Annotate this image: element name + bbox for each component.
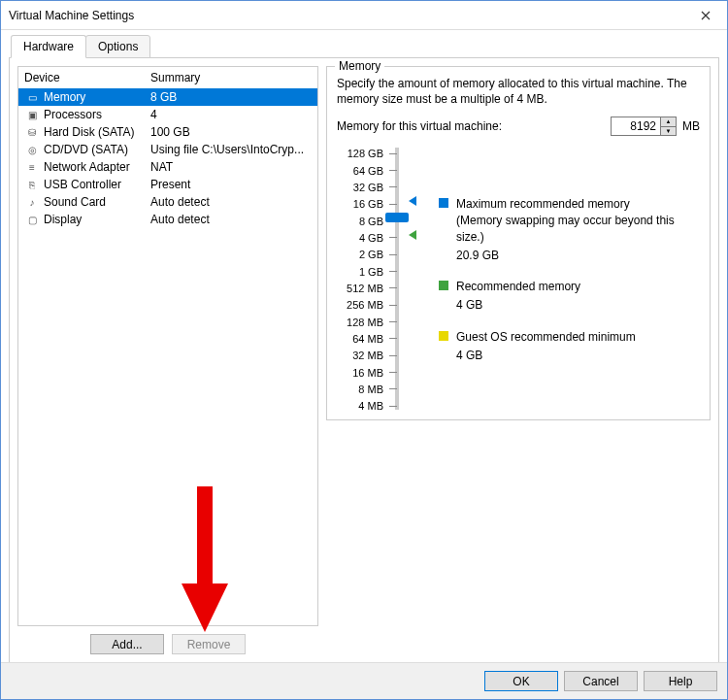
device-list-header: Device Summary	[18, 67, 317, 88]
scale-tick: 128 MB	[337, 317, 407, 328]
scale-tick: 512 MB	[337, 283, 407, 294]
tick-label: 2 GB	[337, 249, 383, 260]
device-name: Hard Disk (SATA)	[44, 125, 150, 139]
sound-icon: ♪	[24, 194, 40, 210]
memory-fieldset: Memory Specify the amount of memory allo…	[326, 66, 711, 420]
memory-icon: ▭	[24, 89, 40, 105]
device-summary: 4	[150, 108, 312, 121]
tick-label: 16 MB	[337, 367, 383, 379]
scale-tick: 64 MB	[337, 333, 407, 345]
device-row-memory[interactable]: ▭Memory8 GB	[18, 88, 317, 106]
legend-rec-label: Recommended memory	[456, 279, 580, 295]
add-button[interactable]: Add...	[90, 634, 164, 654]
device-name: USB Controller	[44, 178, 150, 191]
memory-description: Specify the amount of memory allocated t…	[337, 77, 700, 107]
help-button[interactable]: Help	[644, 671, 717, 691]
memory-input-row: Memory for this virtual machine: ▲ ▼ MB	[337, 117, 700, 136]
device-row-display[interactable]: ▢DisplayAuto detect	[18, 211, 317, 228]
green-swatch-icon	[439, 281, 448, 290]
device-list: Device Summary ▭Memory8 GB▣Processors4⛁H…	[17, 66, 318, 626]
legend-min: Guest OS recommended minimum 4 GB	[439, 329, 700, 364]
cancel-button[interactable]: Cancel	[564, 671, 638, 691]
tab-body: Device Summary ▭Memory8 GB▣Processors4⛁H…	[9, 57, 719, 663]
memory-legend: Memory	[335, 59, 384, 73]
legend-max-value: 20.9 GB	[456, 248, 700, 264]
tick-label: 8 GB	[337, 216, 383, 227]
memory-input[interactable]	[612, 117, 660, 135]
remove-button[interactable]: Remove	[172, 634, 246, 654]
scale-tick: 4 GB	[337, 232, 407, 244]
memory-input-label: Memory for this virtual machine:	[337, 119, 502, 133]
disk-icon: ⛁	[24, 124, 40, 140]
legend-rec: Recommended memory 4 GB	[439, 279, 700, 314]
legend-max-label: Maximum recommended memory	[456, 196, 700, 213]
tab-options[interactable]: Options	[85, 35, 150, 58]
title-bar: Virtual Machine Settings	[1, 1, 727, 30]
device-summary: 8 GB	[150, 90, 312, 104]
device-summary: NAT	[150, 160, 312, 174]
close-button[interactable]	[683, 1, 727, 30]
col-device: Device	[24, 71, 150, 84]
tick-label: 256 MB	[337, 299, 383, 311]
tick-label: 8 MB	[337, 383, 383, 395]
device-row-cd-dvd-sata-[interactable]: ◎CD/DVD (SATA)Using file C:\Users\IntoCr…	[18, 141, 317, 158]
device-name: Display	[44, 213, 150, 226]
col-summary: Summary	[150, 71, 200, 84]
blue-swatch-icon	[439, 198, 448, 208]
yellow-swatch-icon	[439, 331, 448, 341]
device-summary: Using file C:\Users\IntoCryp...	[150, 143, 312, 156]
tick-label: 16 GB	[337, 198, 383, 210]
device-buttons: Add... Remove	[17, 626, 318, 654]
device-row-hard-disk-sata-[interactable]: ⛁Hard Disk (SATA)100 GB	[18, 123, 317, 141]
window-title: Virtual Machine Settings	[9, 9, 134, 22]
memory-unit: MB	[682, 119, 700, 133]
cd-icon: ◎	[24, 142, 40, 157]
legend-rec-value: 4 GB	[456, 297, 580, 314]
memory-spinner[interactable]: ▲ ▼	[611, 117, 677, 136]
device-summary: Auto detect	[150, 213, 312, 226]
tick-label: 512 MB	[337, 283, 383, 294]
device-summary: Auto detect	[150, 195, 312, 209]
tick-label: 64 GB	[337, 165, 383, 177]
max-marker-icon	[409, 196, 416, 206]
tick-label: 4 MB	[337, 400, 383, 412]
spinner-arrows[interactable]: ▲ ▼	[660, 117, 676, 135]
tab-hardware[interactable]: Hardware	[11, 35, 86, 58]
memory-slider-thumb[interactable]	[385, 213, 409, 222]
spinner-down-icon[interactable]: ▼	[661, 127, 676, 136]
usb-icon: ⎘	[24, 177, 40, 192]
scale-tick: 4 MB	[337, 400, 407, 412]
scale-tick: 1 GB	[337, 266, 407, 278]
legend-min-label: Guest OS recommended minimum	[456, 329, 636, 346]
tick-label: 128 MB	[337, 317, 383, 328]
right-pane: Memory Specify the amount of memory allo…	[326, 66, 711, 654]
device-row-sound-card[interactable]: ♪Sound CardAuto detect	[18, 193, 317, 211]
tick-label: 64 MB	[337, 333, 383, 345]
memory-scale-area: 128 GB64 GB32 GB16 GB8 GB4 GB2 GB1 GB512…	[337, 148, 700, 410]
legend-max: Maximum recommended memory (Memory swapp…	[439, 196, 700, 263]
rec-marker-icon	[409, 230, 416, 240]
scale-tick: 128 GB	[337, 148, 407, 159]
display-icon: ▢	[24, 212, 40, 227]
memory-scale[interactable]: 128 GB64 GB32 GB16 GB8 GB4 GB2 GB1 GB512…	[337, 148, 429, 410]
scale-tick: 32 MB	[337, 350, 407, 361]
scale-tick: 32 GB	[337, 182, 407, 193]
bottom-bar: OK Cancel Help	[1, 662, 727, 699]
scale-tick: 2 GB	[337, 249, 407, 260]
device-row-network-adapter[interactable]: ≡Network AdapterNAT	[18, 158, 317, 176]
tick-label: 128 GB	[337, 148, 383, 159]
device-row-usb-controller[interactable]: ⎘USB ControllerPresent	[18, 176, 317, 193]
device-name: Memory	[44, 90, 150, 104]
legend-min-value: 4 GB	[456, 348, 636, 364]
tick-label: 32 MB	[337, 350, 383, 361]
device-name: Sound Card	[44, 195, 150, 209]
scale-tick: 16 GB	[337, 198, 407, 210]
close-icon	[701, 11, 711, 20]
device-row-processors[interactable]: ▣Processors4	[18, 106, 317, 123]
legend-max-note: (Memory swapping may occur beyond this s…	[456, 213, 700, 246]
ok-button[interactable]: OK	[484, 671, 558, 691]
spinner-up-icon[interactable]: ▲	[661, 117, 676, 127]
device-name: Processors	[44, 108, 150, 121]
device-name: Network Adapter	[44, 160, 150, 174]
memory-legend-list: Maximum recommended memory (Memory swapp…	[439, 148, 700, 410]
